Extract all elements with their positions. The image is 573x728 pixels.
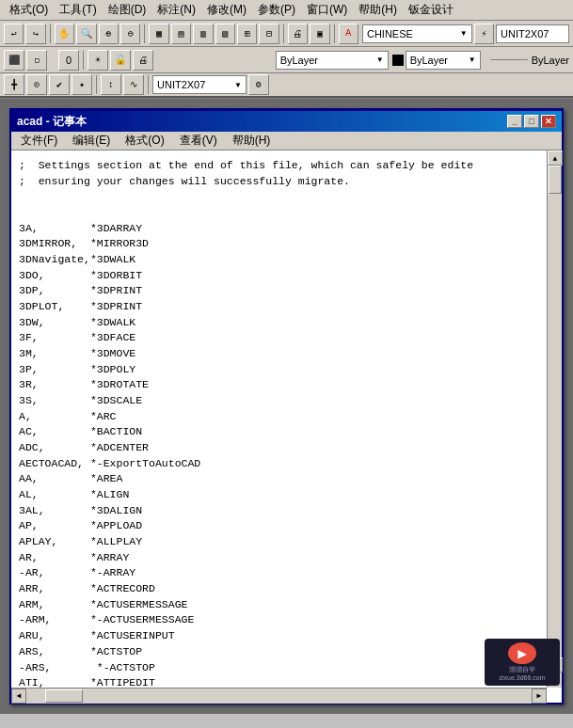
zoom2-btn[interactable]: ⊕: [99, 24, 119, 44]
pan-icon: ✋: [58, 28, 70, 40]
sep3: [283, 24, 284, 43]
tool2-btn[interactable]: ◽: [26, 50, 47, 71]
zoom-btn[interactable]: 🔍: [76, 24, 96, 44]
text-btn[interactable]: A: [339, 24, 358, 44]
notepad-content-area[interactable]: ; Settings section at the end of this fi…: [11, 150, 562, 703]
menu-modify[interactable]: 修改(M): [201, 0, 252, 20]
sep7: [148, 75, 149, 94]
sep5: [83, 51, 84, 70]
zoom2-icon: ⊕: [105, 28, 111, 40]
draw4-btn[interactable]: ✦: [72, 74, 92, 95]
print2-icon: 🖨: [138, 55, 148, 66]
snap1-icon: ↕: [108, 80, 114, 90]
draw1-btn[interactable]: ╋: [4, 74, 24, 95]
unit2-dropdown[interactable]: UNIT2X07 ▼: [152, 75, 247, 94]
view5-btn[interactable]: ⊞: [237, 24, 257, 44]
zoom3-btn[interactable]: ⊖: [120, 24, 140, 44]
unit-value: UNIT2X07: [501, 28, 549, 40]
unit2-arrow-icon: ▼: [234, 81, 242, 89]
menu-sheetmetal[interactable]: 钣金设计: [403, 0, 459, 20]
tool1-icon: ⬛: [8, 55, 20, 66]
menu-tools[interactable]: 工具(T): [54, 0, 102, 20]
unit2-extra-icon: ⚙: [256, 79, 262, 90]
view1-btn[interactable]: ▦: [149, 24, 168, 44]
toolbar-row3: ╋ ⊙ ✔ ✦ ↕ ∿ UNIT2X07 ▼ ⚙: [0, 73, 573, 98]
view4-icon: ▧: [222, 28, 228, 40]
tool1-btn[interactable]: ⬛: [4, 50, 24, 71]
plot-btn[interactable]: ▣: [310, 24, 329, 44]
view4-btn[interactable]: ▧: [215, 24, 235, 44]
sep6: [96, 75, 97, 94]
view6-btn[interactable]: ⊟: [259, 24, 279, 44]
chinese-dropdown[interactable]: CHINESE ▼: [362, 24, 472, 43]
hscroll-thumb[interactable]: [45, 689, 83, 703]
notepad-menu-file[interactable]: 文件(F): [15, 132, 63, 150]
layer-name-dropdown[interactable]: ByLayer ▼: [276, 51, 389, 70]
redo-btn[interactable]: ↪: [25, 24, 45, 44]
lock-btn[interactable]: 🔓: [110, 50, 131, 71]
zoom-icon: 🔍: [81, 28, 92, 40]
unit2-extra-btn[interactable]: ⚙: [248, 74, 269, 95]
view6-icon: ⊟: [266, 28, 272, 40]
bylayer-dropdown[interactable]: ByLayer ▼: [406, 51, 481, 70]
maximize-button[interactable]: □: [524, 115, 539, 128]
sep4: [334, 24, 335, 43]
print-icon: 🖨: [293, 28, 302, 40]
unit2-value: UNIT2X07: [157, 79, 205, 90]
main-menubar: 格式(O) 工具(T) 绘图(D) 标注(N) 修改(M) 参数(P) 窗口(W…: [0, 0, 573, 21]
bylayer-label2: ByLayer: [532, 55, 569, 66]
print-btn[interactable]: 🖨: [288, 24, 308, 44]
notepad-menu-format[interactable]: 格式(O): [119, 132, 169, 150]
zoom3-icon: ⊖: [128, 28, 134, 40]
chinese-value: CHINESE: [367, 28, 413, 40]
menu-params[interactable]: 参数(P): [252, 0, 301, 20]
hscroll-right-btn[interactable]: ▶: [532, 688, 547, 704]
watermark-site: 溜溜自学 zixue.3d66.com: [499, 666, 545, 682]
menu-format[interactable]: 格式(O): [4, 0, 54, 20]
layer-num-btn[interactable]: 0: [58, 50, 79, 71]
unit-dropdown[interactable]: UNIT2X07: [496, 24, 569, 43]
scroll-track[interactable]: [548, 166, 562, 673]
draw2-btn[interactable]: ⊙: [26, 74, 47, 95]
notepad-window: acad - 记事本 _ □ ✕ 文件(F) 编辑(E) 格式(O) 查看(V)…: [9, 108, 564, 704]
layer-name-arrow-icon: ▼: [376, 55, 384, 64]
draw3-btn[interactable]: ✔: [49, 74, 70, 95]
print2-btn[interactable]: 🖨: [133, 50, 153, 71]
notepad-menu-help[interactable]: 帮助(H): [227, 132, 277, 150]
notepad-menu-edit[interactable]: 编辑(E): [67, 132, 116, 150]
pan-btn[interactable]: ✋: [55, 24, 74, 44]
minimize-button[interactable]: _: [507, 115, 522, 128]
hscroll-track[interactable]: [26, 688, 532, 704]
tool2-icon: ◽: [34, 55, 40, 66]
watermark-icon: ▶: [508, 642, 536, 664]
draw3-icon: ✔: [56, 79, 62, 90]
play-icon: ▶: [517, 644, 527, 663]
notepad-menu-view[interactable]: 查看(V): [174, 132, 223, 150]
lock-icon: 🔓: [115, 55, 126, 66]
snap2-btn[interactable]: ∿: [123, 74, 144, 95]
horizontal-scrollbar[interactable]: ◀ ▶: [11, 688, 547, 703]
menu-window[interactable]: 窗口(W): [301, 0, 353, 20]
undo-icon: ↩: [11, 28, 17, 40]
notepad-titlebar: acad - 记事本 _ □ ✕: [11, 111, 562, 132]
undo-btn[interactable]: ↩: [4, 24, 24, 44]
menu-draw[interactable]: 绘图(D): [103, 0, 152, 20]
notepad-title: acad - 记事本: [17, 114, 87, 130]
draw2-icon: ⊙: [34, 79, 40, 90]
view2-icon: ▤: [178, 28, 183, 40]
redo-icon: ↪: [33, 28, 39, 40]
vertical-scrollbar[interactable]: ▲ ▼: [547, 150, 562, 688]
scroll-thumb[interactable]: [549, 166, 562, 194]
chinese-extra-btn[interactable]: ⚡: [474, 24, 494, 44]
menu-dimension[interactable]: 标注(N): [151, 0, 201, 20]
snap1-btn[interactable]: ↕: [101, 74, 121, 95]
scroll-up-btn[interactable]: ▲: [548, 150, 563, 166]
bylayer-value: ByLayer: [410, 55, 448, 66]
menu-help[interactable]: 帮助(H): [353, 0, 403, 20]
close-button[interactable]: ✕: [541, 115, 556, 128]
freeze-btn[interactable]: ☀: [88, 50, 108, 71]
view2-btn[interactable]: ▤: [171, 24, 191, 44]
text-icon: A: [345, 28, 351, 39]
hscroll-left-btn[interactable]: ◀: [11, 688, 26, 704]
view3-btn[interactable]: ▥: [193, 24, 213, 44]
